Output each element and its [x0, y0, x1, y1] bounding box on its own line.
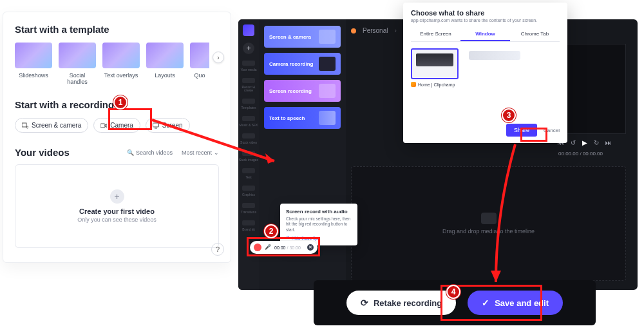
annotation-arrow-3-to-4	[0, 0, 644, 335]
svg-marker-6	[491, 271, 501, 282]
